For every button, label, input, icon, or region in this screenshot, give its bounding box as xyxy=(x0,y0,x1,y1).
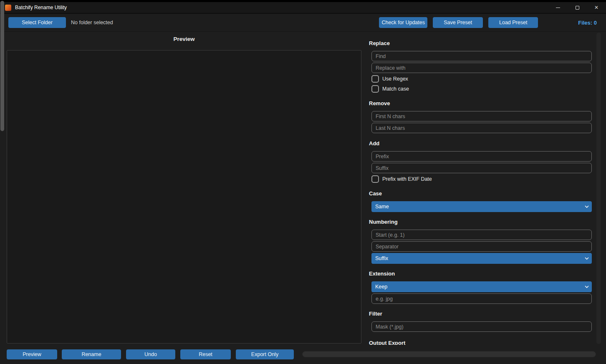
numbering-start-input[interactable] xyxy=(371,230,592,240)
progress-bar xyxy=(302,351,596,357)
numbering-separator-input[interactable] xyxy=(371,241,592,252)
match-case-label: Match case xyxy=(382,86,409,92)
undo-button[interactable]: Undo xyxy=(126,349,175,359)
add-section-title: Add xyxy=(369,140,379,147)
case-select-value: Same xyxy=(371,204,582,210)
numbering-position-value: Suffix xyxy=(371,255,582,261)
chevron-down-icon xyxy=(582,253,592,264)
extension-value-input[interactable] xyxy=(371,293,592,304)
close-icon: ✕ xyxy=(594,5,598,10)
select-folder-button[interactable]: Select Folder xyxy=(8,17,66,28)
find-input[interactable] xyxy=(371,51,592,61)
case-select[interactable]: Same xyxy=(371,201,592,212)
preview-button[interactable]: Preview xyxy=(7,349,57,359)
replace-section-title: Replace xyxy=(369,40,390,46)
files-count: Files: 0 xyxy=(578,20,597,26)
replace-with-input[interactable] xyxy=(371,63,592,73)
numbering-section-title: Numbering xyxy=(369,219,398,225)
filter-section-title: Filter xyxy=(369,311,382,317)
exif-checkbox[interactable] xyxy=(371,175,379,183)
use-regex-checkbox[interactable] xyxy=(371,75,379,83)
remove-last-input[interactable] xyxy=(371,123,592,133)
exif-label: Prefix with EXIF Date xyxy=(382,176,432,182)
close-button[interactable]: ✕ xyxy=(587,2,606,13)
remove-first-input[interactable] xyxy=(371,111,592,121)
bottom-bar: Preview Rename Undo Reset Export Only xyxy=(0,345,606,364)
check-updates-button[interactable]: Check for Updates xyxy=(379,17,427,28)
minimize-icon xyxy=(556,8,560,8)
extension-mode-select[interactable]: Keep xyxy=(371,281,592,292)
prefix-input[interactable] xyxy=(371,151,592,162)
exif-row: Prefix with EXIF Date xyxy=(371,175,432,183)
reset-button[interactable]: Reset xyxy=(180,349,231,359)
load-preset-button[interactable]: Load Preset xyxy=(488,17,538,28)
titlebar: Batchify Rename Utility ✕ xyxy=(0,2,606,13)
chevron-down-icon xyxy=(582,281,592,292)
numbering-position-select[interactable]: Suffix xyxy=(371,253,592,264)
export-only-button[interactable]: Export Only xyxy=(236,349,294,359)
window-controls: ✕ xyxy=(548,2,606,13)
use-regex-label: Use Regex xyxy=(382,76,408,82)
preview-title: Preview xyxy=(7,36,361,42)
suffix-input[interactable] xyxy=(371,163,592,173)
options-scrollbar-thumb[interactable] xyxy=(0,1,4,131)
case-section-title: Case xyxy=(369,190,382,197)
remove-section-title: Remove xyxy=(369,100,390,106)
extension-section-title: Extension xyxy=(369,270,395,277)
window-title: Batchify Rename Utility xyxy=(15,5,67,10)
match-case-row: Match case xyxy=(371,85,409,93)
maximize-icon xyxy=(576,6,579,10)
app-window: Batchify Rename Utility ✕ Select Folder … xyxy=(0,0,606,364)
preview-list[interactable] xyxy=(7,50,361,344)
use-regex-row: Use Regex xyxy=(371,75,408,83)
toolbar: Select Folder No folder selected Check f… xyxy=(0,13,606,32)
save-preset-button[interactable]: Save Preset xyxy=(433,17,483,28)
folder-status: No folder selected xyxy=(71,20,113,25)
rename-button[interactable]: Rename xyxy=(62,349,121,359)
app-icon xyxy=(5,5,11,11)
minimize-button[interactable] xyxy=(548,2,568,13)
chevron-down-icon xyxy=(582,201,592,212)
filter-mask-input[interactable] xyxy=(371,321,592,332)
extension-mode-value: Keep xyxy=(371,284,582,290)
maximize-button[interactable] xyxy=(568,2,587,13)
match-case-checkbox[interactable] xyxy=(371,85,379,93)
options-scrollbar[interactable] xyxy=(596,33,601,344)
